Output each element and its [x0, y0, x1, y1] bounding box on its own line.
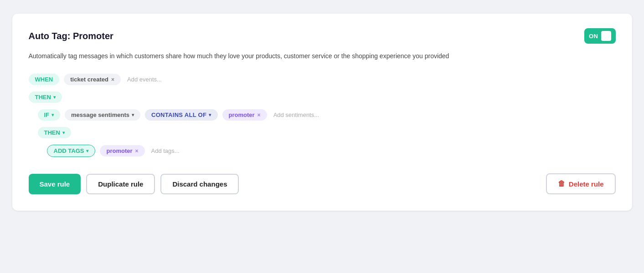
toggle-switch-indicator: [601, 31, 611, 41]
then-outer-badge[interactable]: THEN ▾: [29, 91, 62, 103]
then-inner-chevron: ▾: [62, 130, 65, 135]
event-tag-close[interactable]: ×: [111, 76, 114, 83]
description-text: Automatically tag messages in which cust…: [29, 51, 576, 61]
then-outer-label: THEN: [35, 94, 51, 101]
event-tag-label: ticket created: [70, 76, 108, 83]
event-tag[interactable]: ticket created ×: [64, 74, 121, 85]
action-tag-label: promoter: [106, 147, 132, 154]
when-row: WHEN ticket created × Add events...: [29, 74, 616, 85]
then-outer-row: THEN ▾: [29, 91, 616, 103]
add-sentiments-placeholder[interactable]: Add sentiments...: [272, 109, 321, 121]
toggle-button[interactable]: ON: [584, 28, 616, 44]
condition-label: message sentiments: [71, 111, 129, 118]
then-outer-chevron: ▾: [53, 95, 56, 100]
rule-section: WHEN ticket created × Add events... THEN…: [29, 74, 616, 157]
add-tags-label: ADD TAGS: [54, 147, 84, 154]
if-label: IF: [44, 111, 50, 118]
then-inner-badge[interactable]: THEN ▾: [38, 127, 71, 138]
action-tag[interactable]: promoter ×: [100, 145, 144, 157]
save-rule-button[interactable]: Save rule: [29, 174, 81, 194]
value-tag-close[interactable]: ×: [258, 112, 261, 118]
add-tags-placeholder[interactable]: Add tags...: [149, 145, 181, 157]
then-inner-row: THEN ▾: [38, 127, 616, 138]
then-inner-label: THEN: [44, 129, 60, 136]
value-tag-label: promoter: [229, 111, 255, 118]
add-events-placeholder[interactable]: Add events...: [125, 74, 164, 85]
rule-card: Auto Tag: Promoter ON Automatically tag …: [12, 14, 632, 211]
action-tag-close[interactable]: ×: [135, 148, 139, 154]
operator-label: CONTAINS ALL OF: [151, 111, 206, 118]
trash-icon: 🗑: [558, 180, 565, 188]
operator-badge[interactable]: CONTAINS ALL OF ▾: [145, 109, 218, 121]
delete-rule-button[interactable]: 🗑 Delete rule: [546, 173, 616, 194]
if-badge[interactable]: IF ▾: [38, 109, 61, 121]
discard-changes-button[interactable]: Discard changes: [160, 174, 239, 194]
add-tags-chevron: ▾: [86, 148, 88, 153]
if-chevron: ▾: [52, 112, 54, 117]
when-badge[interactable]: WHEN: [29, 74, 60, 85]
operator-chevron: ▾: [209, 112, 211, 117]
delete-rule-label: Delete rule: [569, 180, 604, 188]
value-tag[interactable]: promoter ×: [222, 109, 267, 121]
actions-left: Save rule Duplicate rule Discard changes: [29, 174, 239, 194]
toggle-label: ON: [589, 33, 598, 40]
condition-badge[interactable]: message sentiments ▾: [65, 109, 140, 121]
condition-chevron: ▾: [132, 112, 134, 117]
if-row: IF ▾ message sentiments ▾ CONTAINS ALL O…: [38, 109, 616, 121]
header-row: Auto Tag: Promoter ON: [29, 28, 616, 44]
add-tags-row: ADD TAGS ▾ promoter × Add tags...: [47, 145, 616, 157]
add-tags-badge[interactable]: ADD TAGS ▾: [47, 145, 96, 157]
actions-row: Save rule Duplicate rule Discard changes…: [29, 173, 616, 194]
duplicate-rule-button[interactable]: Duplicate rule: [86, 174, 155, 194]
page-title: Auto Tag: Promoter: [29, 31, 113, 41]
